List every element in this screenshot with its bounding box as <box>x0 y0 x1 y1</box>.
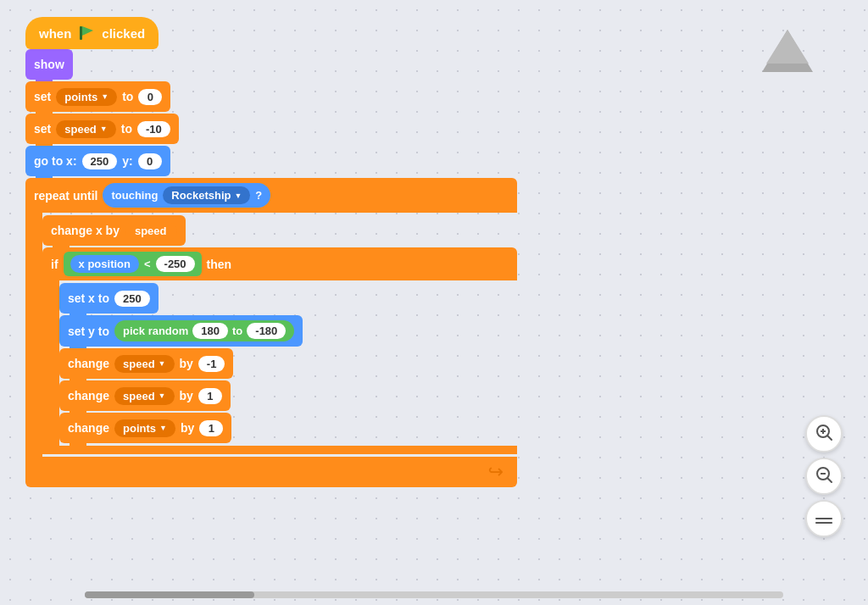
scratch-blocks-area: when clicked show set points to 0 set sp… <box>25 17 517 489</box>
speed-dropdown-1[interactable]: speed <box>56 120 116 138</box>
scrollbar[interactable] <box>85 591 783 598</box>
if-c-block: if x position < -250 then <box>42 247 517 454</box>
svg-line-7 <box>827 436 832 440</box>
by-label-2: by <box>180 389 193 402</box>
random-to-value: -180 <box>247 323 286 339</box>
plus1-value: 1 <box>198 388 222 404</box>
set-x-label: set x to <box>68 291 109 305</box>
when-label: when <box>39 26 71 41</box>
speed-dropdown-3[interactable]: speed <box>114 387 175 405</box>
touching-condition: touching Rocketship ? <box>103 183 270 208</box>
change-label-1: change <box>68 357 109 370</box>
scrollbar-thumb[interactable] <box>85 591 254 598</box>
repeat-until-c-block: repeat until touching Rocketship ? chang… <box>25 178 517 487</box>
zoom-reset-icon <box>815 509 833 529</box>
pick-random-block: pick random 180 to -180 <box>114 320 294 341</box>
svg-line-10 <box>827 478 832 482</box>
set-y-label: set y to <box>68 325 109 338</box>
operator-block: x position < -250 <box>64 252 202 276</box>
change-speed-plus-block: change speed by 1 <box>59 380 231 411</box>
minus1-value: -1 <box>198 356 225 372</box>
speed-oval-1: speed <box>125 222 177 240</box>
y-label: y: <box>122 154 132 168</box>
change-label-2: change <box>68 389 109 402</box>
zoom-out-button[interactable] <box>805 458 843 495</box>
change-speed-minus-block: change speed by -1 <box>59 348 233 379</box>
set-x-value: 250 <box>114 291 150 307</box>
flag-icon <box>78 25 95 41</box>
set-label-1: set <box>34 90 51 103</box>
x-position-oval: x position <box>70 255 139 273</box>
goto-block: go to x: 250 y: 0 <box>25 146 170 176</box>
speed-value: -10 <box>137 121 170 137</box>
goto-y-value: 0 <box>138 153 162 169</box>
set-x-to-block: set x to 250 <box>59 283 159 314</box>
zoom-in-icon <box>815 423 833 446</box>
zoom-out-icon <box>815 465 833 488</box>
svg-marker-1 <box>766 30 809 64</box>
speed-dropdown-2[interactable]: speed <box>114 355 175 373</box>
then-label: then <box>207 258 232 271</box>
change-x-label: change x by <box>51 224 120 237</box>
zoom-controls <box>805 415 843 537</box>
svg-rect-2 <box>80 26 82 40</box>
minus250-value: -250 <box>156 256 195 272</box>
zoom-in-button[interactable] <box>805 415 843 452</box>
svg-marker-3 <box>82 26 93 36</box>
set-label-2: set <box>34 122 51 136</box>
rocketship-dropdown[interactable]: Rocketship <box>163 186 250 204</box>
points-dropdown-2[interactable]: points <box>114 419 175 437</box>
curved-arrow: ↩ <box>488 461 504 483</box>
if-label: if <box>51 258 58 271</box>
goto-x-value: 250 <box>82 153 118 169</box>
when-flag-clicked-block: when clicked <box>25 17 159 49</box>
to-label-2: to <box>121 122 132 136</box>
by-label-1: by <box>180 357 193 370</box>
to-label-1: to <box>122 90 133 103</box>
by-label-3: by <box>181 421 194 435</box>
goto-label: go to x: <box>34 154 77 168</box>
set-y-to-block: set y to pick random 180 to -180 <box>59 315 303 347</box>
pick-random-label: pick random <box>123 325 188 337</box>
change-label-3: change <box>68 421 109 435</box>
points1-value: 1 <box>199 420 223 436</box>
change-points-block: change points by 1 <box>59 413 231 443</box>
sprite-thumbnail <box>758 25 817 76</box>
to-label-random: to <box>232 325 242 337</box>
touching-label: touching <box>111 189 158 202</box>
operator-symbol: < <box>144 258 151 270</box>
points-value: 0 <box>138 89 162 105</box>
show-label: show <box>34 58 64 71</box>
clicked-label: clicked <box>102 26 145 41</box>
change-x-block: change x by speed <box>42 215 186 246</box>
set-speed-block: set speed to -10 <box>25 114 179 144</box>
random-from-value: 180 <box>192 323 228 339</box>
repeat-until-label: repeat until <box>34 189 97 203</box>
question-mark: ? <box>255 189 262 202</box>
set-points-block: set points to 0 <box>25 81 170 112</box>
show-block: show <box>25 49 73 80</box>
points-dropdown[interactable]: points <box>56 88 117 106</box>
zoom-reset-button[interactable] <box>805 500 843 537</box>
